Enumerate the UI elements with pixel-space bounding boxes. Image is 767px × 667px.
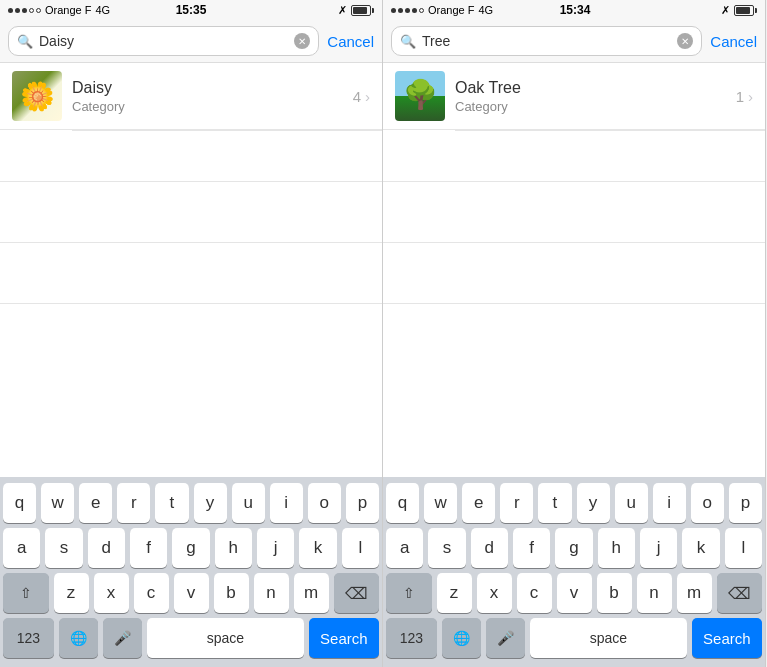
key-n-right[interactable]: n [637,573,672,613]
key-c-right[interactable]: c [517,573,552,613]
key-o-left[interactable]: o [308,483,341,523]
key-delete-left[interactable]: ⌫ [334,573,380,613]
item-info-oak-tree: Oak Tree Category [455,79,726,114]
key-a-left[interactable]: a [3,528,40,568]
key-e-right[interactable]: e [462,483,495,523]
divider1-right [455,130,765,131]
key-e-left[interactable]: e [79,483,112,523]
list-item-daisy[interactable]: Daisy Category 4 › [0,63,382,130]
key-t-right[interactable]: t [538,483,571,523]
key-space-right[interactable]: space [530,618,686,658]
search-query-left[interactable]: Daisy [39,33,288,49]
key-j-right[interactable]: j [640,528,677,568]
key-b-right[interactable]: b [597,573,632,613]
key-v-left[interactable]: v [174,573,209,613]
key-z-left[interactable]: z [54,573,89,613]
key-delete-right[interactable]: ⌫ [717,573,763,613]
key-h-left[interactable]: h [215,528,252,568]
dot3 [22,8,27,13]
key-globe-right[interactable]: 🌐 [442,618,481,658]
key-k-left[interactable]: k [299,528,336,568]
item-count-daisy: 4 [353,88,361,105]
key-p-left[interactable]: p [346,483,379,523]
key-p-right[interactable]: p [729,483,762,523]
key-f-left[interactable]: f [130,528,167,568]
key-r-right[interactable]: r [500,483,533,523]
key-b-left[interactable]: b [214,573,249,613]
key-x-left[interactable]: x [94,573,129,613]
status-left-right: Orange F 4G [391,4,493,16]
key-shift-left[interactable]: ⇧ [3,573,49,613]
key-f-right[interactable]: f [513,528,550,568]
key-m-left[interactable]: m [294,573,329,613]
key-n-left[interactable]: n [254,573,289,613]
network-left: 4G [95,4,110,16]
dot1 [8,8,13,13]
search-input-wrap-left[interactable]: 🔍 Daisy ✕ [8,26,319,56]
key-u-right[interactable]: u [615,483,648,523]
search-input-wrap-right[interactable]: 🔍 Tree ✕ [391,26,702,56]
key-a-right[interactable]: a [386,528,423,568]
key-w-right[interactable]: w [424,483,457,523]
clear-button-left[interactable]: ✕ [294,33,310,49]
key-shift-right[interactable]: ⇧ [386,573,432,613]
key-h-right[interactable]: h [598,528,635,568]
keyboard-left[interactable]: q w e r t y u i o p a s d f g h j k l ⇧ … [0,477,382,667]
key-c-left[interactable]: c [134,573,169,613]
key-q-left[interactable]: q [3,483,36,523]
key-i-right[interactable]: i [653,483,686,523]
key-globe-left[interactable]: 🌐 [59,618,98,658]
time-right: 15:34 [560,3,591,17]
key-w-left[interactable]: w [41,483,74,523]
key-mic-right[interactable]: 🎤 [486,618,525,658]
key-j-left[interactable]: j [257,528,294,568]
cancel-button-left[interactable]: Cancel [327,33,374,50]
key-x-right[interactable]: x [477,573,512,613]
kb-row1-right: q w e r t y u i o p [386,483,762,523]
search-button-right[interactable]: Search [692,618,762,658]
key-d-right[interactable]: d [471,528,508,568]
status-right-left: ✗ [338,4,374,17]
search-button-left[interactable]: Search [309,618,379,658]
key-num-right[interactable]: 123 [386,618,437,658]
search-bar-right[interactable]: 🔍 Tree ✕ Cancel [383,20,765,63]
item-type-daisy: Category [72,99,343,114]
key-k-right[interactable]: k [682,528,719,568]
key-q-right[interactable]: q [386,483,419,523]
key-u-left[interactable]: u [232,483,265,523]
key-s-left[interactable]: s [45,528,82,568]
key-m-right[interactable]: m [677,573,712,613]
dot4r [412,8,417,13]
key-mic-left[interactable]: 🎤 [103,618,142,658]
signal-dots [8,8,41,13]
key-num-left[interactable]: 123 [3,618,54,658]
key-l-right[interactable]: l [725,528,762,568]
right-phone-panel: Orange F 4G 15:34 ✗ 🔍 Tree ✕ Cancel O [383,0,766,667]
key-space-left[interactable]: space [147,618,303,658]
key-i-left[interactable]: i [270,483,303,523]
key-g-right[interactable]: g [555,528,592,568]
key-r-left[interactable]: r [117,483,150,523]
battery-body-right [734,5,754,16]
cancel-button-right[interactable]: Cancel [710,33,757,50]
item-count-wrap-oak: 1 › [736,88,753,105]
key-v-right[interactable]: v [557,573,592,613]
key-g-left[interactable]: g [172,528,209,568]
key-s-right[interactable]: s [428,528,465,568]
search-bar-left[interactable]: 🔍 Daisy ✕ Cancel [0,20,382,63]
key-z-right[interactable]: z [437,573,472,613]
battery-left [351,5,374,16]
key-t-left[interactable]: t [155,483,188,523]
clear-button-right[interactable]: ✕ [677,33,693,49]
search-icon-left: 🔍 [17,34,33,49]
key-y-left[interactable]: y [194,483,227,523]
battery-right [734,5,757,16]
key-o-right[interactable]: o [691,483,724,523]
key-l-left[interactable]: l [342,528,379,568]
list-item-oak-tree[interactable]: Oak Tree Category 1 › [383,63,765,130]
keyboard-right[interactable]: q w e r t y u i o p a s d f g h j k l ⇧ … [383,477,765,667]
key-y-right[interactable]: y [577,483,610,523]
bluetooth-icon-left: ✗ [338,4,347,17]
key-d-left[interactable]: d [88,528,125,568]
search-query-right[interactable]: Tree [422,33,671,49]
